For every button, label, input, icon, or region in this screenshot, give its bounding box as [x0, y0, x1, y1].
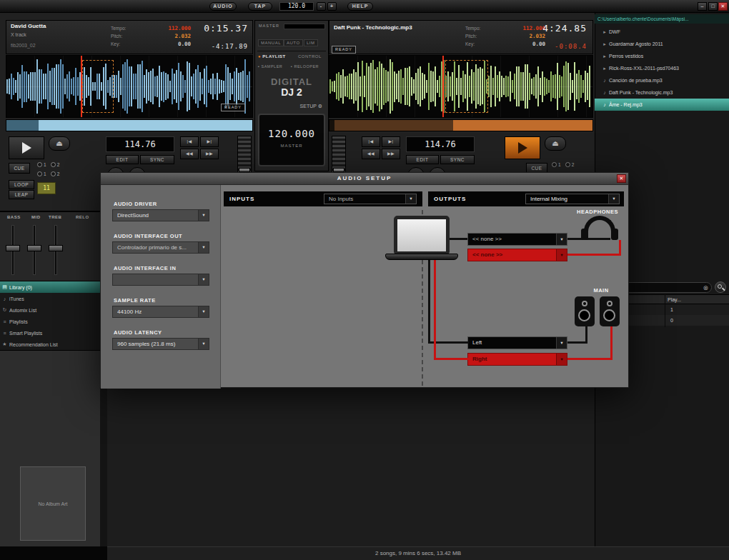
eq-treb-handle[interactable]	[49, 245, 63, 251]
deck-b-play-button[interactable]	[505, 136, 540, 159]
cue-2b-radio[interactable]	[51, 171, 56, 176]
audio-latency-select[interactable]: 960 samples (21.8 ms)▼	[112, 338, 209, 350]
master-auto-button[interactable]: AUTO	[284, 39, 303, 46]
deck-b-seek-back-button[interactable]: ◀◀	[362, 149, 380, 159]
deck-a-cue-button[interactable]: CUE	[9, 163, 30, 174]
tree-item-track[interactable]: ♪Daft Punk - Technologic.mp3	[595, 86, 729, 99]
clear-search-icon[interactable]: ⊗	[703, 284, 708, 291]
wire-black	[428, 260, 430, 343]
deck-a-header: David Guetta X track fib2003_02 Tempo:11…	[6, 20, 253, 54]
deck-a-loop-button[interactable]: LOOP	[9, 180, 34, 189]
deck-a-seek-back-button[interactable]: ◀◀	[180, 149, 199, 159]
deck-a-track-overview[interactable]	[6, 119, 253, 131]
sidebar-item-smart-playlists[interactable]: ≡Smart Playlists	[0, 327, 100, 339]
deck-a-artist: David Guetta	[11, 23, 46, 29]
audio-driver-select[interactable]: DirectSound▼	[112, 209, 209, 221]
eq-bass-handle[interactable]	[6, 245, 20, 251]
tree-item-folder[interactable]: ▸Perros vestidos	[595, 50, 729, 62]
sidebar-item-recommendation[interactable]: ★Recommendation List	[0, 339, 100, 350]
tree-item-folder[interactable]: ▸Rick-Ross-XXL-2011-psd70463	[595, 62, 729, 74]
tab-playlist[interactable]: ● PLAYLIST	[258, 54, 286, 59]
eq-mid-handle[interactable]	[27, 245, 41, 251]
cue-1-radio[interactable]	[37, 162, 42, 167]
deck-a-waveform-panel[interactable]: READY	[6, 55, 253, 118]
sidebar-item-playlists[interactable]: ≡Playlists	[0, 316, 100, 327]
close-window-button[interactable]: ✕	[718, 2, 728, 11]
maximize-button[interactable]: □	[708, 2, 718, 11]
deck-a-seek-forward-button[interactable]: ▶▶	[200, 149, 219, 159]
search-button[interactable]	[715, 281, 726, 293]
setup-button[interactable]: SETUP ⚙	[300, 104, 322, 109]
deck-a-edit-button[interactable]: EDIT	[106, 155, 139, 164]
deck-a-waveform[interactable]	[6, 56, 252, 117]
bottom-left-corner	[0, 546, 107, 560]
headphones-output-select[interactable]: << none >>▼	[467, 233, 567, 246]
eq-mid-label: MID	[31, 215, 41, 219]
deck-b-step-forward-button[interactable]: ▶|	[382, 136, 400, 147]
deck-a-leap-button[interactable]: LEAP	[9, 190, 34, 199]
cue-1-label: 1	[44, 162, 46, 167]
dropdown-arrow-icon: ▼	[198, 210, 209, 221]
deck-b-edit-button[interactable]: EDIT	[406, 155, 439, 164]
tree-item-track-selected[interactable]: ♪Âme - Rej.mp3	[595, 99, 729, 111]
master-manual-button[interactable]: MANUAL	[258, 39, 284, 46]
deck-b-sync-button[interactable]: SYNC	[440, 155, 475, 164]
dropdown-arrow-icon: ▼	[198, 339, 209, 349]
logo-dj2: DJ 2	[255, 86, 328, 98]
deck-a-play-button[interactable]	[9, 136, 44, 159]
sidebar-item-itunes[interactable]: ♪iTunes	[0, 293, 100, 304]
cue-2-radio[interactable]	[565, 162, 570, 167]
outputs-select[interactable]: Internal Mixing▼	[525, 194, 620, 204]
folder-icon: ▸	[600, 41, 609, 47]
inputs-header: INPUTS	[229, 191, 254, 206]
folder-icon: ▸	[600, 66, 609, 71]
tree-item-folder[interactable]: ▸DWF	[595, 26, 729, 38]
cue-1-radio[interactable]	[552, 162, 557, 167]
deck-b-seek-forward-button[interactable]: ▶▶	[382, 149, 400, 159]
dialog-title[interactable]: AUDIO SETUP	[101, 173, 628, 185]
main-left-output-select[interactable]: Left▼	[467, 336, 567, 349]
tap-button[interactable]: TAP	[248, 2, 272, 11]
deck-b-track-overview[interactable]	[329, 119, 593, 131]
audio-interface-out-select[interactable]: Controlador primario de s...▼	[112, 241, 209, 254]
wire-red	[619, 240, 621, 256]
bpm-minus-button[interactable]: -	[317, 2, 326, 11]
master-lim-button[interactable]: LIM	[304, 39, 318, 46]
help-button[interactable]: HELP	[347, 2, 373, 11]
headphone-pad-left	[581, 229, 588, 240]
deck-b-step-back-button[interactable]: |◀	[362, 136, 380, 147]
deck-a-time-elapsed: 0:15.37	[204, 23, 248, 34]
dialog-close-button[interactable]: ✕	[617, 174, 626, 183]
deck-b-waveform-panel[interactable]	[329, 55, 593, 118]
eq-panel: BASS MID TREB RELO	[0, 211, 100, 281]
sidebar-item-automix[interactable]: ↻Automix List	[0, 304, 100, 316]
deck-b-eject-button[interactable]: ⏏	[545, 136, 566, 151]
deck-a-sync-button[interactable]: SYNC	[140, 155, 174, 164]
inputs-select[interactable]: No Inputs▼	[324, 194, 417, 204]
tree-item-folder[interactable]: ▸Guardamar Agosto 2011	[595, 38, 729, 50]
browser-path[interactable]: C:\Users\alberto.chente\Documents\Mápsi.…	[595, 14, 729, 24]
cue-1b-radio[interactable]	[37, 171, 42, 176]
audio-button[interactable]: AUDIO	[209, 2, 237, 11]
audio-interface-in-select[interactable]: ▼	[112, 274, 209, 286]
computer-base-icon	[385, 254, 458, 260]
bpm-plus-button[interactable]: +	[327, 2, 337, 11]
deck-a-eject-button[interactable]: ⏏	[49, 136, 70, 151]
headphones-output-secondary-select[interactable]: << none >>▼	[467, 249, 567, 261]
tab-relooper[interactable]: ▪ RELOOPER	[291, 64, 319, 69]
tree-item-track[interactable]: ♪Canción de prueba.mp3	[595, 74, 729, 86]
tap-bpm-display: 120.0	[279, 2, 314, 11]
sample-rate-select[interactable]: 44100 Hz▼	[112, 306, 209, 318]
deck-b-track-info: Tempo:112.000 Pitch:2.032 Key:0.00	[465, 24, 545, 48]
main-label: MAIN	[572, 287, 630, 294]
deck-a-step-back-button[interactable]: |◀	[180, 136, 199, 147]
recommendation-icon: ★	[0, 341, 9, 347]
tab-control[interactable]: CONTROL	[298, 54, 322, 59]
main-right-output-select[interactable]: Right▼	[467, 353, 567, 366]
cue-2-radio[interactable]	[51, 162, 56, 167]
play-column-header[interactable]: Play...	[668, 297, 681, 302]
minimize-button[interactable]: –	[698, 2, 707, 11]
tab-sampler[interactable]: ▪ SAMPLER	[258, 64, 282, 69]
deck-a-step-forward-button[interactable]: ▶|	[200, 136, 219, 147]
sidebar-item-library[interactable]: ▤Library (0)	[0, 281, 100, 293]
